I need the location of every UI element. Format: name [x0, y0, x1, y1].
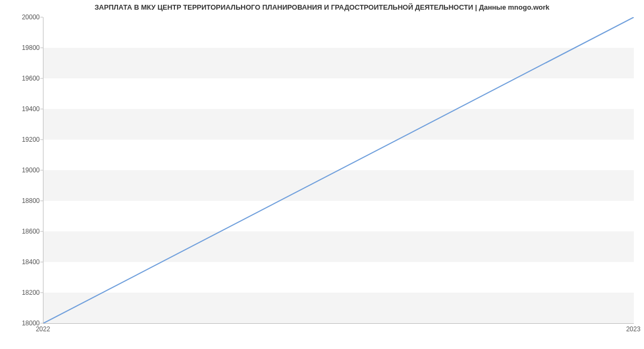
line-series — [43, 17, 634, 323]
line-series-layer — [43, 17, 634, 323]
y-axis-tick-mark — [40, 17, 43, 18]
y-axis-tick-label: 18800 — [8, 197, 40, 205]
y-axis-tick-label: 20000 — [8, 13, 40, 21]
y-axis-tick-label: 18200 — [8, 289, 40, 296]
y-axis-tick-label: 19400 — [8, 105, 40, 113]
y-axis-tick-mark — [40, 231, 43, 232]
y-axis-tick-mark — [40, 140, 43, 140]
chart-container: ЗАРПЛАТА В МКУ ЦЕНТР ТЕРРИТОРИАЛЬНОГО ПЛ… — [0, 0, 644, 349]
y-axis-tick-mark — [40, 78, 43, 79]
y-axis-tick-label: 19600 — [8, 75, 40, 82]
y-axis-tick-label: 19000 — [8, 166, 40, 174]
y-axis-tick-mark — [40, 109, 43, 110]
x-axis-tick-label: 2023 — [626, 325, 641, 333]
y-axis-tick-label: 18600 — [8, 228, 40, 235]
y-axis-tick-mark — [40, 323, 43, 324]
y-axis-tick-label: 18000 — [8, 319, 40, 327]
y-axis-tick-mark — [40, 201, 43, 201]
y-axis-tick-mark — [40, 293, 43, 293]
y-axis-tick-mark — [40, 262, 43, 263]
chart-title: ЗАРПЛАТА В МКУ ЦЕНТР ТЕРРИТОРИАЛЬНОГО ПЛ… — [0, 3, 644, 11]
plot-area — [43, 17, 634, 324]
y-axis-tick-label: 18400 — [8, 258, 40, 266]
y-axis-tick-mark — [40, 48, 43, 48]
y-axis-tick-label: 19200 — [8, 136, 40, 143]
y-axis-tick-label: 19800 — [8, 44, 40, 52]
x-axis-tick-label: 2022 — [36, 325, 50, 333]
y-axis-tick-mark — [40, 170, 43, 171]
